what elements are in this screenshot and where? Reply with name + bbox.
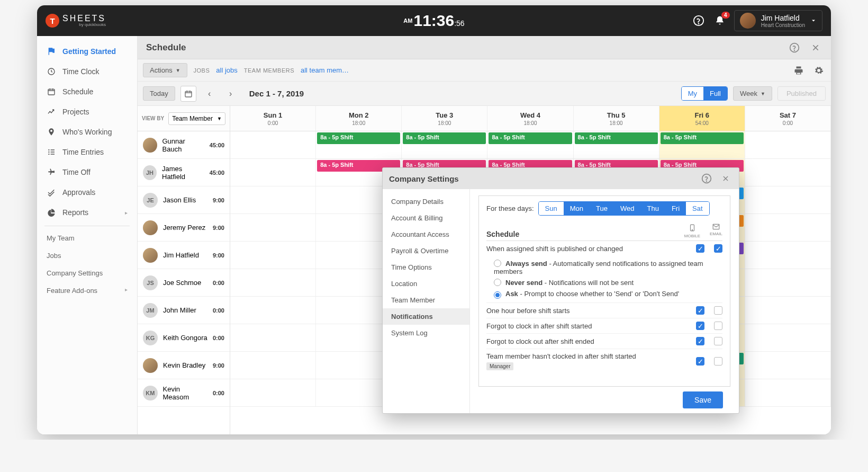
next-week-button[interactable]: › [223, 86, 239, 102]
radio-ask[interactable] [494, 291, 501, 299]
mobile-checkbox[interactable]: ✓ [696, 357, 704, 366]
actions-button[interactable]: Actions▼ [143, 63, 187, 77]
modal-tab-company-details[interactable]: Company Details [383, 193, 469, 210]
shift-block[interactable]: 8a - 5p Shift [575, 132, 658, 144]
prev-week-button[interactable]: ‹ [202, 86, 218, 102]
bell-icon[interactable]: 4 [713, 14, 727, 28]
mobile-checkbox[interactable]: ✓ [696, 322, 704, 330]
nav-sub-feature-add-ons[interactable]: Feature Add-ons▸ [37, 282, 137, 299]
calendar-icon[interactable] [180, 86, 196, 102]
modal-tab-system-log[interactable]: System Log [383, 325, 469, 341]
nav-sub-company-settings[interactable]: Company Settings [37, 264, 137, 282]
modal-tab-accountant-access[interactable]: Accountant Access [383, 226, 469, 243]
day-cell[interactable] [745, 242, 831, 269]
day-cell[interactable] [745, 379, 831, 406]
member-row[interactable]: Jim Hatfield9:00 [138, 242, 230, 269]
nav-time-off[interactable]: Time Off [37, 162, 137, 182]
day-cell[interactable]: 8a - 5p Shift [316, 131, 402, 158]
full-toggle[interactable]: Full [703, 87, 727, 100]
member-row[interactable]: Jeremy Perez9:00 [138, 214, 230, 242]
day-btn-thu[interactable]: Thu [640, 202, 665, 215]
day-cell[interactable]: 8a - 5p Shift [402, 131, 487, 158]
close-icon[interactable] [809, 41, 822, 55]
email-checkbox[interactable] [714, 357, 722, 366]
day-cell[interactable] [745, 131, 831, 158]
modal-tab-time-options[interactable]: Time Options [383, 259, 469, 275]
days-segment[interactable]: SunMonTueWedThuFriSat [538, 201, 710, 216]
member-row[interactable]: KMKevin Measom0:00 [138, 379, 230, 407]
day-cell[interactable] [230, 352, 316, 379]
day-cell[interactable] [745, 269, 831, 296]
day-cell[interactable] [230, 159, 316, 186]
help-icon[interactable] [692, 14, 706, 28]
nav-time-entries[interactable]: Time Entries [37, 142, 137, 162]
member-row[interactable]: JSJoe Schmoe0:00 [138, 269, 230, 297]
member-row[interactable]: Kevin Bradley9:00 [138, 352, 230, 379]
day-cell[interactable] [745, 324, 831, 351]
day-btn-fri[interactable]: Fri [665, 202, 686, 215]
user-menu[interactable]: Jim Hatfield Heart Construction [734, 10, 822, 31]
day-cell[interactable]: 8a - 5p Shift [487, 131, 573, 158]
email-checkbox[interactable] [714, 337, 722, 345]
day-cell[interactable]: 8a - 5p Shift [574, 131, 659, 158]
day-cell[interactable] [230, 214, 316, 241]
mobile-checkbox[interactable]: ✓ [696, 306, 704, 315]
viewby-select[interactable]: Team Member▼ [168, 112, 225, 125]
day-cell[interactable] [230, 379, 316, 406]
member-row[interactable]: Gunnar Bauch45:00 [138, 131, 230, 159]
day-cell[interactable] [745, 297, 831, 324]
day-btn-sun[interactable]: Sun [539, 202, 564, 215]
shift-block[interactable]: 8a - 5p Shift [317, 132, 400, 144]
modal-tab-payroll-overtime[interactable]: Payroll & Overtime [383, 243, 469, 259]
shift-block[interactable]: 8a - 5p Shift [661, 132, 744, 144]
nav-approvals[interactable]: Approvals [37, 182, 137, 202]
shift-block[interactable]: 8a - 5p Shift [489, 132, 572, 144]
mobile-checkbox[interactable]: ✓ [696, 337, 704, 345]
print-icon[interactable] [792, 64, 806, 77]
member-row[interactable]: JMJohn Miller0:00 [138, 297, 230, 324]
modal-tab-team-member[interactable]: Team Member [383, 292, 469, 308]
modal-tab-account-billing[interactable]: Account & Billing [383, 210, 469, 226]
period-select[interactable]: Week▼ [733, 86, 772, 101]
day-cell[interactable] [230, 297, 316, 324]
nav-schedule[interactable]: Schedule [37, 82, 137, 102]
modal-tab-notifications[interactable]: Notifications [383, 308, 469, 325]
nav-projects[interactable]: Projects [37, 102, 137, 122]
member-row[interactable]: JHJames Hatfield45:00 [138, 159, 230, 186]
page-help-icon[interactable] [788, 41, 801, 55]
day-cell[interactable]: 8a - 5p Shift [659, 131, 745, 158]
day-cell[interactable] [230, 131, 316, 158]
day-btn-tue[interactable]: Tue [590, 202, 614, 215]
nav-time-clock[interactable]: Time Clock [37, 61, 137, 82]
modal-close-icon[interactable] [719, 172, 733, 185]
day-cell[interactable] [230, 242, 316, 269]
day-btn-mon[interactable]: Mon [564, 202, 590, 215]
day-cell[interactable] [745, 159, 831, 186]
day-cell[interactable] [230, 269, 316, 296]
today-button[interactable]: Today [143, 86, 175, 101]
email-checkbox[interactable]: ✓ [714, 244, 722, 253]
day-cell[interactable] [745, 186, 831, 213]
modal-tab-location[interactable]: Location [383, 275, 469, 292]
member-row[interactable]: KGKeith Gongora0:00 [138, 324, 230, 352]
day-cell[interactable] [745, 352, 831, 379]
view-scope-toggle[interactable]: My Full [681, 86, 728, 101]
day-cell[interactable] [745, 214, 831, 241]
email-checkbox[interactable] [714, 322, 722, 330]
radio-always[interactable] [494, 260, 501, 267]
gear-icon[interactable] [812, 64, 826, 77]
nav-reports[interactable]: Reports▸ [37, 202, 137, 222]
member-row[interactable]: JEJason Ellis9:00 [138, 186, 230, 214]
nav-who-s-working[interactable]: Who's Working [37, 122, 137, 142]
email-checkbox[interactable] [714, 306, 722, 315]
nav-sub-my-team[interactable]: My Team [37, 229, 137, 247]
members-filter[interactable]: all team mem… [301, 66, 349, 74]
day-cell[interactable] [230, 186, 316, 213]
mobile-checkbox[interactable]: ✓ [696, 244, 704, 253]
my-toggle[interactable]: My [682, 87, 703, 100]
jobs-filter[interactable]: all jobs [216, 66, 237, 74]
day-btn-wed[interactable]: Wed [614, 202, 641, 215]
nav-getting-started[interactable]: Getting Started [37, 41, 137, 61]
day-cell[interactable] [230, 324, 316, 351]
save-button[interactable]: Save [683, 391, 723, 408]
